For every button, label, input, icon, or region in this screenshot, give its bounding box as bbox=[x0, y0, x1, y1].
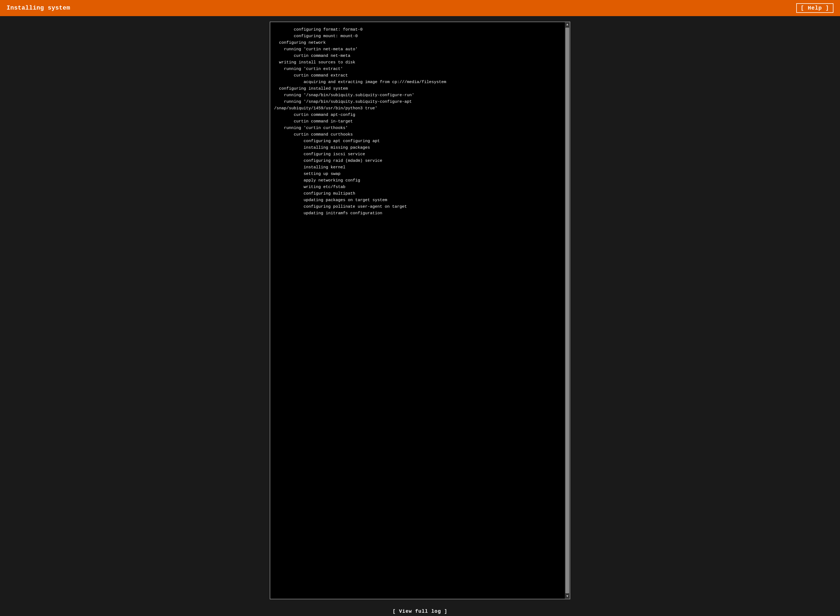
footer: [ View full log ] bbox=[0, 605, 840, 616]
log-line: configuring iscsi service bbox=[274, 151, 561, 158]
log-line: curtin command apt-config bbox=[274, 112, 561, 118]
view-full-log-button[interactable]: [ View full log ] bbox=[393, 609, 448, 614]
scrollbar-track: ▲ ▼ bbox=[565, 22, 570, 599]
log-line: configuring pollinate user-agent on targ… bbox=[274, 204, 561, 210]
log-line: configuring mount: mount-0 bbox=[274, 33, 561, 40]
log-line: running '/snap/bin/subiquity.subiquity-c… bbox=[274, 92, 561, 99]
log-line: installing kernel bbox=[274, 164, 561, 171]
help-button[interactable]: [ Help ] bbox=[796, 3, 833, 13]
log-line: configuring installed system bbox=[274, 85, 561, 92]
log-line: setting up swap bbox=[274, 171, 561, 177]
scrollbar-down-arrow[interactable]: ▼ bbox=[566, 594, 568, 598]
log-line: running '/snap/bin/subiquity.subiquity-c… bbox=[274, 99, 561, 105]
log-line: updating initramfs configuration bbox=[274, 210, 561, 217]
log-line: curtin command curthooks bbox=[274, 132, 561, 138]
log-line: running 'curtin curthooks' bbox=[274, 125, 561, 132]
log-line: writing etc/fstab bbox=[274, 184, 561, 191]
log-line: writing install sources to disk bbox=[274, 59, 561, 66]
log-line: running 'curtin extract' bbox=[274, 66, 561, 72]
scrollbar-up-arrow[interactable]: ▲ bbox=[566, 23, 568, 26]
log-line: running 'curtin net-meta auto' bbox=[274, 46, 561, 53]
main-content: configuring format: format-0 configuring… bbox=[0, 16, 840, 605]
log-line: acquiring and extracting image from cp:/… bbox=[274, 79, 561, 85]
log-line: updating packages on target system bbox=[274, 197, 561, 204]
log-line: installing missing packages bbox=[274, 145, 561, 151]
log-text-area[interactable]: configuring format: format-0 configuring… bbox=[270, 22, 565, 599]
log-box: configuring format: format-0 configuring… bbox=[270, 22, 570, 599]
scrollbar-thumb[interactable] bbox=[565, 28, 569, 593]
log-line: curtin command net-meta bbox=[274, 53, 561, 59]
log-line: /snap/subiquity/1459/usr/bin/python3 tru… bbox=[274, 105, 561, 112]
header: Installing system [ Help ] bbox=[0, 0, 840, 16]
log-line: configuring format: format-0 bbox=[274, 26, 561, 33]
log-line: configuring apt configuring apt bbox=[274, 138, 561, 145]
header-title: Installing system bbox=[7, 4, 70, 12]
log-line: configuring network bbox=[274, 40, 561, 46]
log-line: apply networking config bbox=[274, 177, 561, 184]
log-line: curtin command extract bbox=[274, 72, 561, 79]
log-line: configuring raid (mdadm) service bbox=[274, 158, 561, 164]
log-line: configuring multipath bbox=[274, 191, 561, 197]
log-line: curtin command in-target bbox=[274, 118, 561, 125]
